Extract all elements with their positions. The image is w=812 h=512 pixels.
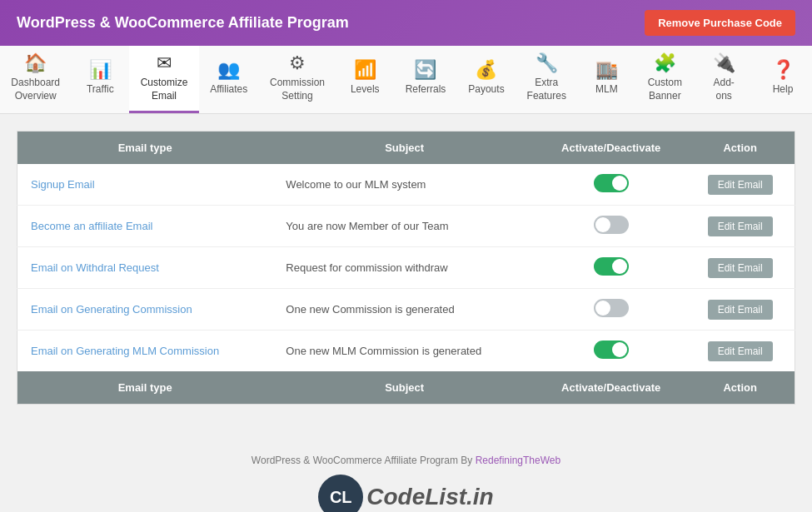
nav-item-customize-email[interactable]: ✉Customize Email <box>129 46 198 113</box>
action-cell: Edit Email <box>685 247 795 289</box>
payouts-icon: 💰 <box>475 61 497 79</box>
app-title: WordPress & WooCommerce Affiliate Progra… <box>17 14 349 32</box>
toggle-cell <box>536 289 685 331</box>
nav-label-extra-features: Extra Features <box>527 77 566 102</box>
nav-item-referrals[interactable]: 🔄Referrals <box>394 46 457 113</box>
subject-cell: You are now Member of our Team <box>272 206 536 247</box>
col-footer-subject: Subject <box>272 371 536 405</box>
table-row: Signup EmailWelcome to our MLM systemEdi… <box>17 164 795 206</box>
nav-item-levels[interactable]: 📶Levels <box>336 46 394 113</box>
edit-email-button[interactable]: Edit Email <box>708 258 773 278</box>
toggle-cell <box>536 164 685 206</box>
commission-setting-icon: ⚙ <box>289 54 306 72</box>
nav-label-payouts: Payouts <box>468 83 504 97</box>
toggle-switch[interactable] <box>594 174 629 192</box>
toggle-switch[interactable] <box>594 216 629 234</box>
nav-item-commission-setting[interactable]: ⚙Commission Setting <box>259 46 336 113</box>
main-content: Email typeSubjectActivate/DeactivateActi… <box>0 114 812 421</box>
nav-label-levels: Levels <box>351 83 380 97</box>
nav-item-mlm[interactable]: 🏬MLM <box>577 46 635 113</box>
subject-cell: Welcome to our MLM system <box>272 164 536 206</box>
toggle-cell <box>536 206 685 247</box>
edit-email-button[interactable]: Edit Email <box>708 175 773 195</box>
referrals-icon: 🔄 <box>414 61 436 79</box>
nav-label-commission-setting: Commission Setting <box>270 77 325 102</box>
nav-label-referrals: Referrals <box>406 83 446 97</box>
remove-purchase-code-button[interactable]: Remove Purchase Code <box>645 10 795 36</box>
action-cell: Edit Email <box>685 331 795 372</box>
email-type-cell: Email on Withdral Request <box>17 247 273 289</box>
col-footer-action: Action <box>685 371 795 405</box>
nav-item-add-ons[interactable]: 🔌Add-ons <box>694 46 754 113</box>
footer-link[interactable]: RedefiningTheWeb <box>476 455 561 466</box>
edit-email-button[interactable]: Edit Email <box>708 300 773 320</box>
logo-circle: CL <box>318 475 363 512</box>
extra-features-icon: 🔧 <box>536 54 558 72</box>
nav-item-custom-banner[interactable]: 🧩Custom Banner <box>635 46 694 113</box>
nav-label-mlm: MLM <box>595 83 618 97</box>
action-cell: Edit Email <box>685 164 795 206</box>
col-header-subject: Subject <box>272 132 536 165</box>
col-header-activate-deactivate: Activate/Deactivate <box>536 132 685 165</box>
action-cell: Edit Email <box>685 206 795 247</box>
email-type-cell: Email on Generating MLM Commission <box>17 331 273 372</box>
email-table: Email typeSubjectActivate/DeactivateActi… <box>17 131 795 405</box>
nav-label-help: Help <box>773 83 794 97</box>
nav-item-payouts[interactable]: 💰Payouts <box>457 46 516 113</box>
action-cell: Edit Email <box>685 289 795 331</box>
logo-letter: CL <box>330 488 352 507</box>
nav-item-extra-features[interactable]: 🔧Extra Features <box>516 46 577 113</box>
logo-text: CodeList.in <box>366 484 493 510</box>
toggle-switch[interactable] <box>594 257 629 276</box>
col-footer-activate-deactivate: Activate/Deactivate <box>536 371 685 405</box>
table-row: Email on Generating CommissionOne new Co… <box>17 289 795 331</box>
nav-label-add-ons: Add-ons <box>705 77 742 102</box>
help-icon: ❓ <box>772 61 795 79</box>
footer-text: WordPress & WooCommerce Affiliate Progra… <box>252 455 476 466</box>
nav-label-traffic: Traffic <box>87 83 114 97</box>
header: WordPress & WooCommerce Affiliate Progra… <box>0 0 812 46</box>
nav-label-dashboard: Dashboard Overview <box>11 77 60 102</box>
email-type-cell: Email on Generating Commission <box>17 289 273 331</box>
navigation: 🏠Dashboard Overview📊Traffic✉Customize Em… <box>0 46 812 114</box>
toggle-cell <box>536 331 685 372</box>
nav-item-help[interactable]: ❓Help <box>754 46 812 113</box>
levels-icon: 📶 <box>354 61 376 79</box>
toggle-cell <box>536 247 685 289</box>
subject-cell: Request for commission withdraw <box>272 247 536 289</box>
email-type-cell: Become an affiliate Email <box>17 206 273 247</box>
col-header-email-type: Email type <box>17 132 273 165</box>
traffic-icon: 📊 <box>89 61 112 79</box>
table-row: Become an affiliate EmailYou are now Mem… <box>17 206 795 247</box>
toggle-switch[interactable] <box>594 299 629 317</box>
subject-cell: One new MLM Commission is generated <box>272 331 536 372</box>
subject-cell: One new Commission is generated <box>272 289 536 331</box>
table-row: Email on Withdral RequestRequest for com… <box>17 247 795 289</box>
table-row: Email on Generating MLM CommissionOne ne… <box>17 331 795 372</box>
nav-item-affiliates[interactable]: 👥Affiliates <box>199 46 259 113</box>
footer: WordPress & WooCommerce Affiliate Progra… <box>0 430 812 512</box>
mlm-icon: 🏬 <box>595 61 618 79</box>
add-ons-icon: 🔌 <box>713 54 735 72</box>
nav-item-dashboard[interactable]: 🏠Dashboard Overview <box>0 46 71 113</box>
nav-label-affiliates: Affiliates <box>210 83 247 97</box>
nav-item-traffic[interactable]: 📊Traffic <box>71 46 129 113</box>
nav-label-custom-banner: Custom Banner <box>648 77 682 102</box>
footer-logo: CL CodeList.in <box>17 475 795 512</box>
edit-email-button[interactable]: Edit Email <box>708 341 773 361</box>
col-footer-email-type: Email type <box>17 371 273 405</box>
customize-email-icon: ✉ <box>157 54 172 72</box>
edit-email-button[interactable]: Edit Email <box>708 216 773 236</box>
email-type-cell: Signup Email <box>17 164 273 206</box>
dashboard-icon: 🏠 <box>24 54 47 72</box>
nav-label-customize-email: Customize Email <box>141 77 188 102</box>
col-header-action: Action <box>685 132 795 165</box>
toggle-switch[interactable] <box>594 341 629 359</box>
affiliates-icon: 👥 <box>217 61 240 79</box>
custom-banner-icon: 🧩 <box>654 54 676 72</box>
